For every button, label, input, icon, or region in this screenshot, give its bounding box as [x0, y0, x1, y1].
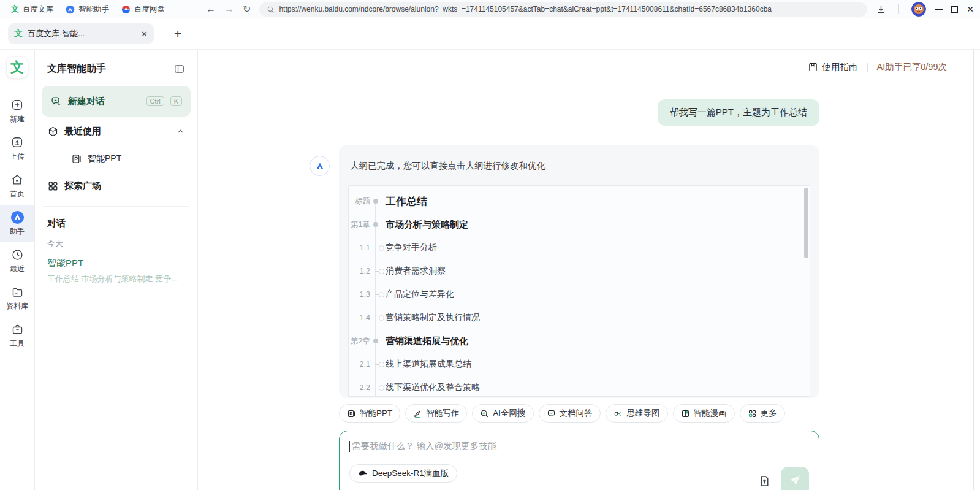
skill-mindmap[interactable]: 思维导图	[606, 404, 668, 423]
avatar-icon	[911, 2, 926, 17]
bookmark-netdisk[interactable]: 百度网盘	[115, 4, 171, 15]
skill-smart-comic[interactable]: 智能漫画	[673, 404, 735, 423]
more-grid-icon	[748, 409, 757, 418]
model-selector-button[interactable]: DeepSeek-R1满血版	[349, 464, 457, 483]
composer[interactable]: 需要我做什么？ 输入@发现更多技能 DeepSeek-R1满血版	[339, 431, 819, 490]
outline-circle	[379, 269, 384, 274]
outline-row-chapter[interactable]: 第2章 营销渠道拓展与优化	[349, 329, 810, 353]
skill-label: 智能漫画	[694, 408, 727, 419]
cube-icon	[47, 126, 59, 137]
shortcut-k-badge: K	[170, 96, 182, 106]
mindmap-icon	[613, 409, 623, 418]
new-chat-label: 新建对话	[68, 96, 140, 107]
download-icon[interactable]	[876, 4, 886, 15]
outline-row-section[interactable]: 1.2 消费者需求洞察	[349, 259, 810, 283]
sidebar-item-label: 智能PPT	[88, 153, 121, 164]
outline-row-text[interactable]: 线下渠道优化及整合策略	[386, 382, 480, 393]
address-bar[interactable]: https://wenku.baidu.com/ndcore/browse/ai…	[259, 2, 867, 17]
profile-avatar[interactable]	[911, 2, 926, 17]
recent-used-row[interactable]: 最近使用	[42, 117, 191, 147]
outline-row-text[interactable]: 营销渠道拓展与优化	[386, 335, 468, 347]
outline-row-text[interactable]: 产品定位与差异化	[386, 289, 454, 300]
outline-row-text[interactable]: 线上渠道拓展成果总结	[386, 359, 471, 370]
rail-item-home[interactable]: 首页	[0, 167, 34, 205]
skill-label: AI全网搜	[493, 408, 525, 419]
bookmark-assistant[interactable]: 智能助手	[59, 4, 115, 15]
outline-row-text[interactable]: 工作总结	[386, 194, 427, 209]
folder-icon	[10, 285, 25, 299]
recent-used-label: 最近使用	[64, 126, 170, 137]
outline-dot	[373, 339, 378, 343]
outline-scrollbar[interactable]	[804, 188, 808, 258]
outline-row-text[interactable]: 竞争对手分析	[386, 242, 437, 253]
outline-row-section[interactable]: 1.3 产品定位与差异化	[349, 283, 810, 306]
outline-row-label: 1.2	[349, 267, 376, 275]
wenku-favicon-icon: 文	[11, 4, 19, 15]
search-icon	[267, 6, 275, 13]
new-tab-button[interactable]: +	[174, 26, 181, 41]
back-icon[interactable]: ←	[206, 4, 216, 14]
forward-icon[interactable]: →	[224, 4, 234, 14]
outline-row-chapter[interactable]: 第1章 市场分析与策略制定	[349, 213, 810, 236]
ai-logo-icon	[314, 160, 326, 172]
outline-circle	[379, 362, 384, 367]
ppt-doc-icon	[347, 409, 356, 418]
window-close-button[interactable]: ✕	[967, 5, 974, 13]
outline-row-title[interactable]: 标题 工作总结	[349, 189, 810, 213]
outline-row-text[interactable]: 营销策略制定及执行情况	[386, 312, 480, 323]
chevron-up-icon[interactable]	[176, 127, 185, 136]
sidebar-item-smart-ppt[interactable]: 智能PPT	[42, 147, 191, 171]
outline-row-label: 2.2	[349, 383, 376, 392]
rail-item-assistant[interactable]: 助手	[0, 205, 34, 242]
chat-main: 使用指南 AI助手已享0/99次 帮我写一篇PPT，主题为工作总结 大纲已完成，…	[198, 50, 974, 490]
skill-doc-qa[interactable]: 文档问答	[539, 404, 601, 423]
collapse-panel-icon[interactable]	[173, 63, 185, 75]
clock-icon	[10, 247, 25, 262]
rail-item-recent[interactable]: 最近	[0, 242, 34, 280]
left-rail: 文 新建 上传 首页 助手 最近 资料库 工具	[0, 50, 35, 490]
outline-row-section[interactable]: 2.1 线上渠道拓展成果总结	[349, 353, 810, 376]
outline-row-section[interactable]: 1.1 竞争对手分析	[349, 236, 810, 259]
attach-file-icon[interactable]	[758, 475, 771, 488]
bookmark-wenku[interactable]: 文 百度文库	[5, 4, 59, 15]
outline-row-text[interactable]: 消费者需求洞察	[386, 266, 446, 277]
outline-row-section[interactable]: 1.4 营销策略制定及执行情况	[349, 306, 810, 329]
rail-item-upload[interactable]: 上传	[0, 130, 34, 167]
conversation-item[interactable]: 智能PPT 工作总结 市场分析与策略制定 竞争...	[42, 251, 191, 291]
outline-row-section[interactable]: 2.2 线下渠道优化及整合策略	[349, 376, 810, 397]
skill-smart-writing[interactable]: 智能写作	[405, 404, 467, 423]
rail-item-tools[interactable]: 工具	[0, 317, 34, 354]
rail-item-library[interactable]: 资料库	[0, 280, 34, 317]
outline-row-text[interactable]: 市场分析与策略制定	[386, 219, 468, 231]
window-minimize-button[interactable]	[935, 9, 943, 10]
skill-more[interactable]: 更多	[740, 404, 785, 423]
quota-text: AI助手已享0/99次	[877, 61, 947, 73]
rail-item-label: 工具	[10, 339, 25, 349]
reload-icon[interactable]: ↻	[243, 4, 251, 14]
skill-ai-search[interactable]: AI全网搜	[472, 404, 533, 423]
rail-item-new[interactable]: 新建	[0, 93, 34, 130]
wenku-logo[interactable]: 文	[7, 57, 28, 78]
netdisk-logo-icon	[121, 5, 131, 14]
outline-row-label: 标题	[349, 196, 376, 207]
explore-plaza-row[interactable]: 探索广场	[42, 171, 191, 201]
skill-label: 思维导图	[627, 408, 660, 419]
browser-tab[interactable]: 文 百度文库·智能... ✕	[8, 23, 154, 44]
tab-favicon-icon: 文	[14, 28, 23, 39]
skill-smart-ppt[interactable]: 智能PPT	[339, 404, 400, 423]
usage-guide-button[interactable]: 使用指南	[808, 61, 858, 73]
ppt-outline-panel[interactable]: 标题 工作总结 第1章 市场分析与策略制定 1.1 竞争对手分析	[348, 185, 810, 397]
tab-divider	[165, 28, 165, 39]
outline-circle	[379, 292, 384, 297]
send-button[interactable]	[781, 467, 809, 490]
window-maximize-button[interactable]	[951, 6, 958, 13]
ppt-doc-icon	[71, 153, 82, 164]
tab-close-icon[interactable]: ✕	[141, 29, 148, 39]
user-message-bubble: 帮我写一篇PPT，主题为工作总结	[658, 99, 819, 126]
comic-icon	[681, 409, 690, 418]
new-chat-button[interactable]: 新建对话 Ctrl K	[42, 86, 191, 117]
outline-dot	[373, 222, 378, 227]
assistant-logo-icon	[66, 5, 75, 14]
text-caret	[349, 441, 350, 452]
browser-toolbar: 文 百度文库 智能助手 百度网盘 ← → ↻ https://wenku.bai…	[0, 0, 980, 18]
